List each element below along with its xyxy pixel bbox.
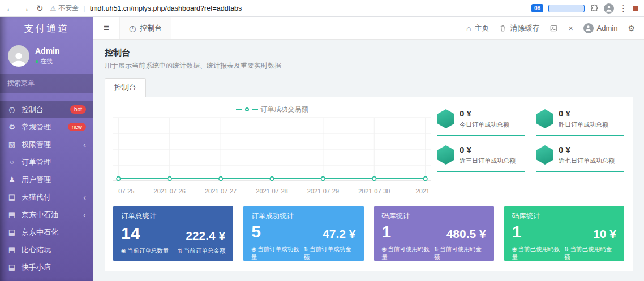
card-amount: 222.4 ¥ — [186, 229, 225, 242]
stat-card: 订单成功统计547.2 ¥◉当前订单成功数量⇅当前订单成功金额 — [243, 206, 363, 261]
security-warning[interactable]: ⚠ 不安全 — [50, 3, 79, 13]
reload-icon[interactable]: ↻ — [36, 3, 44, 14]
search-input[interactable] — [7, 79, 95, 87]
dashboard-icon: ◷ — [129, 24, 136, 33]
card-title: 码库统计 — [512, 211, 616, 221]
topbar-right: ⌂ 主页 清除缓存 × — [466, 23, 644, 33]
sidebar-toggle-icon[interactable]: ≡ — [93, 17, 119, 39]
circle-icon: ◉ — [251, 246, 256, 252]
list-icon: ▤ — [7, 228, 16, 236]
card-amount: 47.2 ¥ — [323, 227, 355, 240]
browser-menu-icon[interactable]: ⋮ — [619, 3, 628, 14]
x-tick-label: 2021-07-27 — [205, 188, 237, 194]
menu-search[interactable] — [0, 74, 93, 93]
avatar — [8, 45, 29, 67]
sidebar-item-天猫代付[interactable]: ▤天猫代付‹ — [0, 188, 93, 206]
image-icon — [549, 24, 558, 32]
quick-stats: 0 ¥今日订单成功总额0 ¥昨日订单成功总额0 ¥近三日订单成功总额0 ¥近七日… — [437, 109, 624, 197]
app-frame: 支付通道 Admin ●在线 ◷控制台hot⚙常规管理new▧权限管理‹○订单管… — [0, 17, 644, 281]
page-title: 控制台 — [105, 47, 633, 58]
settings-button[interactable]: ⚙ — [628, 24, 635, 33]
card-amount-label: ⇅当前已使用码金额 — [564, 245, 616, 261]
person-icon — [585, 24, 592, 32]
sort-amount-icon: ⇅ — [304, 246, 308, 252]
card-count: 1 — [512, 223, 522, 240]
avatar — [583, 23, 594, 33]
main-area: ≡ ◷ 控制台 ⌂ 主页 清除缓存 — [93, 17, 644, 281]
sidebar-item-京东中石化[interactable]: ▤京东中石化 — [0, 223, 93, 241]
cast-overlay-badge[interactable]: 08 — [531, 4, 543, 12]
stat-card: 订单总统计14222.4 ¥◉当前订单总数量⇅当前订单总金额 — [113, 206, 233, 261]
card-count-label: ◉当前可使用码数量 — [382, 245, 434, 261]
topbar-user[interactable]: Admin — [583, 23, 618, 33]
stat-label: 昨日订单成功总额 — [559, 120, 608, 129]
chart-legend[interactable]: 订单成功交易额 — [113, 104, 431, 114]
x-tick-label: 2021-07-26 — [154, 188, 186, 194]
card-amount-label: ⇅当前订单总金额 — [178, 247, 225, 255]
browser-profile-avatar[interactable] — [604, 3, 614, 14]
screenshot-button[interactable] — [549, 24, 558, 32]
sort-amount-icon: ⇅ — [434, 246, 439, 252]
circle-icon: ○ — [7, 158, 16, 166]
page-subtitle: 用于展示当前系统中的统计数据、统计报表及重要实时数据 — [105, 61, 633, 71]
legend-circle-icon — [245, 107, 249, 111]
sidebar-item-label: 比心陪玩 — [22, 245, 51, 255]
sidebar-item-权限管理[interactable]: ▧权限管理‹ — [0, 136, 93, 153]
x-axis-labels: 07-252021-07-262021-07-272021-07-282021-… — [113, 188, 431, 197]
browser-chrome: ← → ↻ ⚠ 不安全 | tmdf.uh51.cn/mplys.php/das… — [0, 0, 644, 17]
url-text: tmdf.uh51.cn/mplys.php/dashboard?ref=add… — [90, 5, 242, 12]
brand-title: 支付通道 — [0, 17, 93, 41]
sidebar-item-控制台[interactable]: ◷控制台hot — [0, 101, 93, 118]
address-bar[interactable]: ⚠ 不安全 | tmdf.uh51.cn/mplys.php/dashboard… — [50, 3, 525, 13]
topbar-tab-dashboard[interactable]: ◷ 控制台 — [119, 17, 171, 39]
sidebar-item-订单管理[interactable]: ○订单管理 — [0, 153, 93, 171]
stat-value: 0 ¥ — [460, 109, 509, 118]
list-icon: ▤ — [7, 193, 16, 201]
legend-label: 订单成功交易额 — [261, 105, 308, 114]
dashboard-panel: 订单成功交易额 07-252021-07-262021-07-272021-07… — [105, 97, 633, 271]
browser-extension-icon[interactable] — [633, 6, 638, 11]
stat-value: 0 ¥ — [559, 145, 615, 154]
home-button[interactable]: ⌂ 主页 — [466, 23, 489, 33]
card-title: 订单成功统计 — [251, 211, 355, 221]
card-amount: 480.5 ¥ — [446, 227, 486, 240]
card-count: 14 — [121, 225, 140, 242]
sidebar-item-用户管理[interactable]: ♟用户管理 — [0, 171, 93, 188]
gem-icon — [536, 145, 553, 165]
user-icon: ♟ — [7, 175, 16, 184]
chevron-left-icon: ‹ — [83, 210, 86, 219]
extensions-puzzle-icon[interactable] — [590, 4, 599, 13]
back-icon[interactable]: ← — [6, 3, 14, 13]
sidebar-item-京东中石油[interactable]: ▤京东中石油‹ — [0, 206, 93, 223]
gem-icon — [437, 145, 454, 165]
stat-label: 近七日订单成功总额 — [559, 157, 615, 165]
sidebar-item-label: 天猫代付 — [22, 192, 51, 202]
stat-card: 码库统计1480.5 ¥◉当前可使用码数量⇅当前可使用码金额 — [374, 206, 494, 261]
sidebar-item-常规管理[interactable]: ⚙常规管理new — [0, 118, 93, 136]
data-point-icon — [168, 177, 171, 181]
sidebar-item-快手小店[interactable]: ▤快手小店 — [0, 258, 93, 276]
home-icon: ⌂ — [466, 24, 471, 33]
forward-icon[interactable]: → — [21, 3, 29, 13]
stat-card: 码库统计110 ¥◉当前已使用码数量⇅当前已使用码金额 — [504, 206, 624, 261]
stat-label: 今日订单成功总额 — [460, 120, 509, 129]
user-panel[interactable]: Admin ●在线 — [0, 41, 93, 74]
tab-dashboard[interactable]: 控制台 — [105, 78, 146, 97]
data-point-icon — [372, 177, 376, 181]
quick-stat: 0 ¥近七日订单成功总额 — [536, 145, 624, 172]
quick-stat: 0 ¥昨日订单成功总额 — [536, 109, 624, 136]
sidebar-item-比心陪玩[interactable]: ▤比心陪玩 — [0, 241, 93, 258]
gear-icon: ⚙ — [628, 24, 635, 33]
close-all-button[interactable]: × — [568, 24, 573, 33]
user-name: Admin — [35, 46, 60, 55]
trash-icon — [499, 24, 506, 32]
card-count-label: ◉当前订单成功数量 — [251, 245, 303, 261]
sidebar-item-label: 控制台 — [22, 105, 44, 115]
sidebar-item-label: 常规管理 — [22, 122, 51, 132]
warning-icon: ⚠ — [50, 5, 57, 12]
data-point-icon — [117, 177, 121, 181]
clear-cache-button[interactable]: 清除缓存 — [499, 23, 539, 33]
content-tabs: 控制台 — [105, 78, 633, 97]
orders-chart: 订单成功交易额 07-252021-07-262021-07-272021-07… — [113, 104, 431, 197]
badge: hot — [70, 105, 86, 114]
